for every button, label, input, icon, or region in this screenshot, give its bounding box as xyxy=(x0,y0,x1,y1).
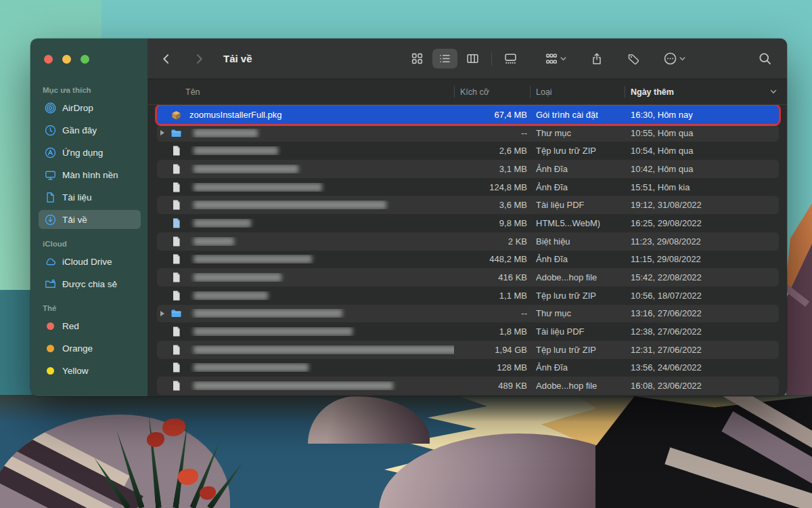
file-icon xyxy=(171,236,182,247)
column-divider[interactable] xyxy=(530,86,531,98)
table-row[interactable]: 1,94 GBTệp lưu trữ ZIP12:31, 27/06/2022 xyxy=(157,341,779,359)
column-header-size[interactable]: Kích cỡ xyxy=(454,87,530,97)
sidebar-section: iCloudiCloud DriveĐược chia sẻ xyxy=(39,237,141,293)
forward-button[interactable] xyxy=(189,49,208,68)
search-button[interactable] xyxy=(755,49,775,68)
table-row[interactable]: --Thư mục13:16, 27/06/2022 xyxy=(157,305,779,323)
file-kind: Tệp lưu trữ ZIP xyxy=(530,146,625,156)
column-divider[interactable] xyxy=(625,86,625,98)
column-header-kind[interactable]: Loại xyxy=(530,87,625,97)
file-name-redacted xyxy=(185,363,454,372)
sidebar-item-được-chia-sẻ[interactable]: Được chia sẻ xyxy=(39,274,141,293)
date-added: 10:55, Hôm qua xyxy=(625,128,779,138)
table-row[interactable]: 124,8 MBẢnh Đĩa15:51, Hôm kia xyxy=(157,178,779,196)
sidebar-item-gần-đây[interactable]: Gần đây xyxy=(39,121,141,140)
table-row[interactable]: 448,2 MBẢnh Đĩa11:15, 29/08/2022 xyxy=(157,251,779,269)
sidebar-item-tài-liệu[interactable]: Tài liệu xyxy=(39,188,141,207)
share-button[interactable] xyxy=(587,49,606,68)
sidebar-item-label: AirDrop xyxy=(62,103,93,113)
file-list: zoomusInstallerFull.pkg67,4 MBGói trình … xyxy=(148,105,787,396)
sidebar: Mục ưa thíchAirDropGần đâyỨng dụngMàn hì… xyxy=(30,39,148,396)
file-size: -- xyxy=(454,128,530,138)
column-view-button[interactable] xyxy=(460,49,485,68)
appstore-icon xyxy=(44,146,56,158)
file-name-redacted xyxy=(185,255,454,263)
table-row[interactable]: 1,1 MBTệp lưu trữ ZIP10:56, 18/07/2022 xyxy=(157,287,779,305)
disclosure-triangle[interactable] xyxy=(160,130,164,135)
finder-window: Mục ưa thíchAirDropGần đâyỨng dụngMàn hì… xyxy=(30,39,787,396)
table-row[interactable]: 416 KBAdobe...hop file15:42, 22/08/2022 xyxy=(157,268,779,287)
chevron-down-icon xyxy=(560,55,567,62)
table-row[interactable]: 128 MBẢnh Đĩa13:56, 24/06/2022 xyxy=(157,359,779,377)
column-divider[interactable] xyxy=(454,86,455,98)
sidebar-item-airdrop[interactable]: AirDrop xyxy=(39,98,141,117)
column-header-date-added[interactable]: Ngày thêm xyxy=(625,87,779,97)
tag-dot-icon xyxy=(44,364,56,377)
file-size: 2,6 MB xyxy=(454,146,530,156)
file-kind: Biệt hiệu xyxy=(530,236,625,247)
sort-direction-icon[interactable] xyxy=(769,87,777,96)
sidebar-item-ứng-dụng[interactable]: Ứng dụng xyxy=(39,143,141,162)
sidebar-item-label: Màn hình nền xyxy=(62,170,118,180)
table-row[interactable]: 2 KBBiệt hiệu11:23, 29/08/2022 xyxy=(157,232,779,251)
file-name-redacted xyxy=(185,219,454,228)
file-name-redacted xyxy=(185,237,454,246)
wallpaper-grass xyxy=(338,440,365,467)
minimize-button[interactable] xyxy=(62,55,71,64)
date-added: 13:16, 27/06/2022 xyxy=(625,308,779,318)
table-row[interactable]: 3,1 MBẢnh Đĩa10:42, Hôm qua xyxy=(157,160,779,178)
wallpaper-grass xyxy=(436,444,464,471)
wallpaper-grass xyxy=(771,433,798,461)
group-by-button[interactable] xyxy=(542,49,570,68)
sidebar-item-label: Orange xyxy=(62,343,93,354)
list-view-button[interactable] xyxy=(432,49,457,68)
sidebar-item-yellow[interactable]: Yellow xyxy=(39,361,141,380)
close-button[interactable] xyxy=(44,55,53,64)
date-added: 10:54, Hôm qua xyxy=(625,146,779,156)
table-row[interactable]: --Thư mục10:55, Hôm qua xyxy=(157,124,779,142)
sidebar-item-label: Gần đây xyxy=(62,125,97,135)
sidebar-item-màn-hình-nền[interactable]: Màn hình nền xyxy=(39,165,141,184)
sidebar-item-label: Red xyxy=(62,321,79,331)
sidebar-section-title: Mục ưa thích xyxy=(39,83,141,98)
table-row-selected[interactable]: zoomusInstallerFull.pkg67,4 MBGói trình … xyxy=(157,106,779,124)
zoom-button[interactable] xyxy=(81,55,89,64)
table-row[interactable]: 1,8 MBTài liệu PDF12:38, 27/06/2022 xyxy=(157,322,779,341)
clock-icon xyxy=(44,124,56,136)
column-headers: Tên Kích cỡ Loại Ngày thêm xyxy=(148,79,787,105)
file-kind: Ảnh Đĩa xyxy=(530,182,625,192)
sidebar-item-label: Ứng dụng xyxy=(62,148,103,158)
cloud-icon xyxy=(44,255,56,268)
disclosure-triangle[interactable] xyxy=(160,311,164,316)
main-pane: Tải về xyxy=(148,39,787,396)
date-added: 15:42, 22/08/2022 xyxy=(625,272,779,282)
file-icon xyxy=(171,163,182,175)
tag-button[interactable] xyxy=(624,49,643,68)
table-row[interactable]: 3,6 MBTài liệu PDF19:12, 31/08/2022 xyxy=(157,196,779,214)
table-row[interactable]: 9,8 MBHTML5...WebM)16:25, 29/08/2022 xyxy=(157,214,779,232)
file-kind: Tệp lưu trữ ZIP xyxy=(530,345,625,355)
more-options-button[interactable] xyxy=(660,49,689,68)
date-added: 12:31, 27/06/2022 xyxy=(625,345,779,355)
sidebar-section-title: Thẻ xyxy=(39,301,141,316)
sidebar-item-red[interactable]: Red xyxy=(39,316,141,335)
table-row[interactable]: 489 KBAdobe...hop file16:08, 23/06/2022 xyxy=(157,377,779,395)
file-name-redacted xyxy=(185,327,454,336)
package-icon xyxy=(171,109,182,121)
back-button[interactable] xyxy=(157,49,176,68)
file-icon xyxy=(171,362,182,373)
sidebar-item-tải-về[interactable]: Tải về xyxy=(39,210,141,229)
table-row[interactable]: 2,6 MBTệp lưu trữ ZIP10:54, Hôm qua xyxy=(157,142,779,160)
tag-dot-icon xyxy=(44,320,56,332)
gallery-view-button[interactable] xyxy=(498,49,523,68)
sidebar-item-icloud-drive[interactable]: iCloud Drive xyxy=(39,252,141,271)
sidebar-item-label: Tải về xyxy=(62,215,87,225)
view-switcher xyxy=(405,49,523,68)
file-kind: Adobe...hop file xyxy=(530,272,625,282)
column-header-name[interactable]: Tên xyxy=(185,87,454,97)
file-size: 3,6 MB xyxy=(454,200,530,210)
tag-dot-icon xyxy=(44,342,56,354)
icon-view-button[interactable] xyxy=(405,49,430,68)
sidebar-item-orange[interactable]: Orange xyxy=(39,339,141,358)
wallpaper-grass xyxy=(477,467,504,494)
